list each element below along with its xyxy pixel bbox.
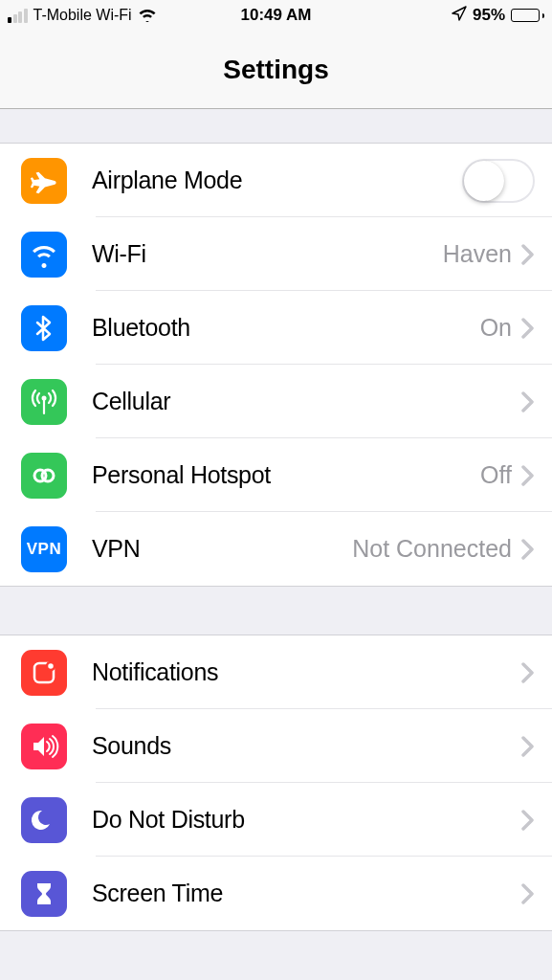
- row-label: Personal Hotspot: [92, 461, 480, 489]
- page-title: Settings: [0, 31, 552, 109]
- svg-point-2: [42, 470, 54, 481]
- moon-icon: [21, 797, 67, 843]
- battery-icon: [511, 9, 544, 22]
- row-label: Do Not Disturb: [92, 806, 521, 834]
- settings-group-connectivity: Airplane Mode Wi-Fi Haven Bluetooth On C…: [0, 143, 552, 587]
- row-label: Wi-Fi: [92, 240, 443, 268]
- sounds-icon: [21, 724, 67, 769]
- bluetooth-icon: [21, 305, 67, 351]
- chevron-right-icon: [521, 736, 535, 757]
- airplane-toggle[interactable]: [462, 159, 535, 203]
- row-value: On: [480, 314, 512, 342]
- row-label: Bluetooth: [92, 314, 480, 342]
- chevron-right-icon: [521, 810, 535, 831]
- battery-percent: 95%: [473, 6, 505, 25]
- row-label: Cellular: [92, 388, 521, 415]
- carrier-label: T-Mobile Wi-Fi: [33, 7, 132, 24]
- row-value: Off: [480, 461, 512, 489]
- chevron-right-icon: [521, 662, 535, 683]
- clock: 10:49 AM: [241, 6, 312, 25]
- signal-icon: [8, 9, 28, 23]
- row-wifi[interactable]: Wi-Fi Haven: [0, 217, 552, 291]
- settings-group-alerts: Notifications Sounds Do Not Disturb Scre…: [0, 635, 552, 931]
- row-screen-time[interactable]: Screen Time: [0, 857, 552, 930]
- location-icon: [452, 6, 467, 26]
- notifications-icon: [21, 650, 67, 696]
- hotspot-icon: [21, 453, 67, 499]
- row-personal-hotspot[interactable]: Personal Hotspot Off: [0, 438, 552, 512]
- row-label: Sounds: [92, 732, 521, 760]
- airplane-icon: [21, 158, 67, 204]
- vpn-icon: VPN: [21, 526, 67, 572]
- row-label: Screen Time: [92, 880, 521, 907]
- row-vpn[interactable]: VPN VPN Not Connected: [0, 512, 552, 586]
- chevron-right-icon: [521, 539, 535, 560]
- cellular-icon: [21, 379, 67, 425]
- row-label: Airplane Mode: [92, 167, 462, 194]
- wifi-status-icon: [138, 9, 157, 22]
- row-cellular[interactable]: Cellular: [0, 365, 552, 438]
- row-sounds[interactable]: Sounds: [0, 709, 552, 783]
- row-label: VPN: [92, 535, 352, 563]
- chevron-right-icon: [521, 465, 535, 486]
- row-value: Not Connected: [352, 535, 512, 563]
- chevron-right-icon: [521, 244, 535, 265]
- row-notifications[interactable]: Notifications: [0, 635, 552, 709]
- chevron-right-icon: [521, 318, 535, 339]
- chevron-right-icon: [521, 391, 535, 412]
- hourglass-icon: [21, 871, 67, 917]
- row-airplane-mode[interactable]: Airplane Mode: [0, 144, 552, 217]
- row-do-not-disturb[interactable]: Do Not Disturb: [0, 783, 552, 857]
- status-bar: T-Mobile Wi-Fi 10:49 AM 95%: [0, 0, 552, 31]
- svg-point-4: [47, 662, 55, 670]
- row-label: Notifications: [92, 658, 521, 686]
- row-value: Haven: [443, 240, 512, 268]
- row-bluetooth[interactable]: Bluetooth On: [0, 291, 552, 365]
- wifi-icon: [21, 232, 67, 278]
- chevron-right-icon: [521, 883, 535, 904]
